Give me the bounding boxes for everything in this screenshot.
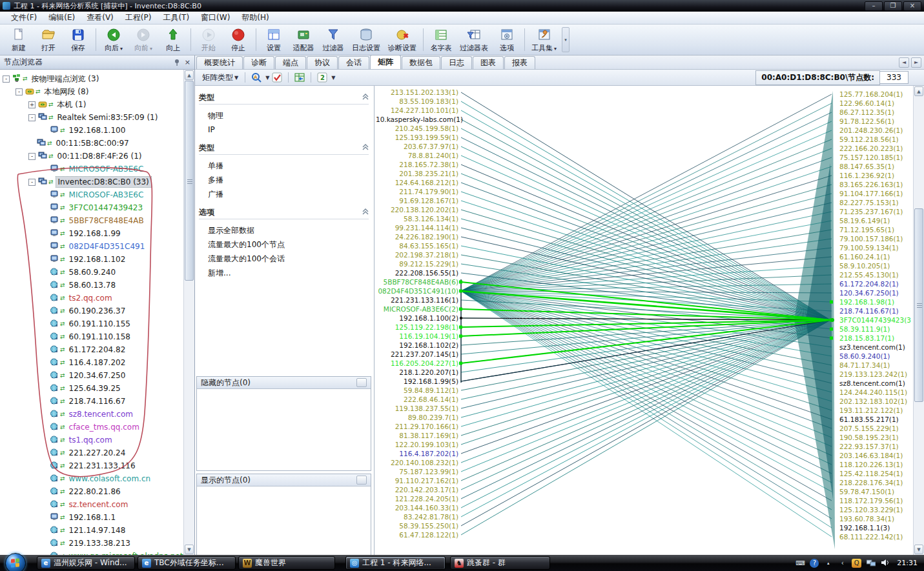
- tree-node[interactable]: ⇄MICROSOF-AB3E6C: [41, 188, 145, 201]
- tab-日志[interactable]: 日志: [441, 56, 472, 69]
- tree-node[interactable]: ⇄60.191.110.155: [41, 317, 132, 330]
- toolbar-options-button[interactable]: 选项: [492, 26, 522, 54]
- tree-node[interactable]: ⇄121.14.97.148: [41, 524, 127, 537]
- matrix-left-node[interactable]: 192.168.1.99(5): [376, 377, 458, 385]
- tree-node[interactable]: ⇄5BBF78CF848E4AB: [41, 214, 146, 227]
- filter-option[interactable]: 多播: [208, 174, 369, 186]
- toolbar-save-button[interactable]: 保存: [63, 26, 93, 54]
- matrix-right-node[interactable]: 59.78.47.150(1): [839, 488, 894, 496]
- matrix-right-node[interactable]: 219.133.123.242(1): [839, 370, 907, 378]
- taskbar-window-1[interactable]: eTBC外域任务坐标大...: [138, 556, 236, 570]
- collapse-icon[interactable]: -: [15, 88, 23, 95]
- collapse-icon[interactable]: -: [3, 75, 10, 83]
- matrix-right-node[interactable]: 116.1.236.92(1): [839, 172, 894, 179]
- toolbar-name-table-button[interactable]: 名字表: [426, 26, 456, 54]
- matrix-left-node[interactable]: 75.187.123.99(1): [376, 468, 458, 476]
- matrix-left-node[interactable]: 89.212.15.229(1): [376, 260, 458, 268]
- tree-node[interactable]: ⇄ts1.qq.com: [41, 434, 114, 446]
- collapse-chevron-icon[interactable]: [362, 93, 369, 102]
- matrix-right-node[interactable]: 75.157.120.185(1): [839, 154, 903, 161]
- scroll-down-icon[interactable]: ▼: [914, 545, 923, 554]
- matrix-right-node[interactable]: 193.11.212.122(1): [839, 406, 903, 414]
- matrix-right-node[interactable]: 58.9.10.205(1): [839, 262, 890, 270]
- matrix-right-node[interactable]: 59.112.218.56(1): [839, 135, 899, 143]
- matrix-right-node[interactable]: 125.42.118.254(1): [839, 470, 903, 477]
- matrix-right-node[interactable]: 58.39.111.9(1): [839, 325, 890, 333]
- filter-option[interactable]: IP: [208, 123, 369, 136]
- matrix-left-node[interactable]: 78.8.81.240(1): [376, 152, 458, 159]
- toolbar-settings-button[interactable]: 设置: [259, 26, 289, 54]
- expand-icon[interactable]: +: [28, 101, 36, 108]
- toolbar-stop-button[interactable]: 停止: [223, 26, 253, 54]
- matrix-right-node[interactable]: 218.74.116.67(1): [839, 307, 899, 315]
- tree-node[interactable]: ⇄ts2.qq.com: [41, 292, 114, 305]
- filter-option[interactable]: 广播: [208, 188, 369, 201]
- tree-node[interactable]: ⇄192.168.1.102: [41, 253, 127, 266]
- qq-tray-icon[interactable]: Q: [852, 559, 861, 568]
- matrix-left-node[interactable]: 119.138.237.55(1): [376, 405, 458, 412]
- search-icon[interactable]: A: [251, 72, 262, 83]
- matrix-left-node[interactable]: 59.84.89.112(1): [376, 386, 458, 394]
- tab-图表[interactable]: 图表: [473, 56, 504, 69]
- tree-node[interactable]: ⇄116.4.187.202: [41, 356, 127, 369]
- tree-node[interactable]: ⇄125.64.39.25: [41, 382, 123, 395]
- close-button[interactable]: ×: [903, 1, 921, 11]
- matrix-right-node[interactable]: 58.19.6.149(1): [839, 217, 890, 225]
- matrix-right-node[interactable]: 61.183.55.217(1): [839, 416, 899, 423]
- tree-scrollbar-thumb[interactable]: [185, 81, 194, 281]
- matrix-right-node[interactable]: 218.228.176.34(1): [839, 479, 903, 486]
- tree-node[interactable]: -⇄按物理端点浏览 (3): [3, 72, 101, 85]
- tab-数据包[interactable]: 数据包: [402, 56, 440, 69]
- matrix-left-node[interactable]: 201.38.235.21(1): [376, 170, 458, 177]
- matrix-left-node[interactable]: 83.55.109.183(1): [376, 97, 458, 105]
- matrix-scrollbar[interactable]: ▲ ▼: [913, 86, 924, 555]
- matrix-right-node[interactable]: 82.227.75.153(1): [839, 199, 899, 206]
- menu-item-4[interactable]: 工具(T): [157, 11, 195, 25]
- matrix-left-node[interactable]: 116.4.187.202(1): [376, 450, 458, 457]
- tray-expand-icon[interactable]: ▴▾: [823, 559, 833, 568]
- matrix-left-node[interactable]: 218.1.220.207(1): [376, 368, 458, 376]
- tree-node[interactable]: ⇄082D4F4D351C491: [41, 240, 147, 253]
- nodes-box-button[interactable]: [356, 378, 367, 387]
- matrix-left-node[interactable]: 99.231.144.114(1): [376, 224, 458, 232]
- matrix-right-node[interactable]: 202.132.183.102(1): [839, 397, 907, 405]
- matrix-left-node[interactable]: 91.110.217.162(1): [376, 477, 458, 485]
- menu-item-1[interactable]: 编辑(E): [43, 11, 81, 25]
- filter-section-header[interactable]: 选项: [199, 206, 369, 219]
- matrix-left-node[interactable]: 81.38.117.169(1): [376, 432, 458, 439]
- network-tray-icon[interactable]: [866, 559, 876, 568]
- refresh-icon[interactable]: 2: [316, 72, 328, 83]
- menu-item-3[interactable]: 工程(P): [119, 11, 158, 25]
- matrix-left-node[interactable]: 222.208.156.55(1): [376, 269, 458, 277]
- matrix-right-node[interactable]: 61.160.24.1(1): [839, 253, 890, 261]
- tree-node[interactable]: ⇄MICROSOF-AB3E6C: [41, 163, 145, 175]
- tree-node[interactable]: ⇄61.172.204.82: [41, 343, 127, 356]
- matrix-right-node[interactable]: 125.120.33.229(1): [839, 506, 903, 514]
- collapse-chevron-icon[interactable]: [362, 143, 369, 152]
- matrix-left-node[interactable]: 211.74.179.90(1): [376, 188, 458, 195]
- collapse-icon[interactable]: -: [28, 179, 36, 186]
- taskbar-window-2[interactable]: W魔兽世界: [238, 556, 335, 570]
- keyboard-icon[interactable]: ⌨: [796, 559, 805, 568]
- matrix-left-node[interactable]: 222.68.46.14(1): [376, 396, 458, 403]
- toolbar-overflow[interactable]: ▾: [562, 27, 570, 52]
- matrix-left-node[interactable]: 122.20.199.103(1): [376, 441, 458, 448]
- tree-node[interactable]: ⇄www.colasoft.com.cn: [41, 472, 152, 485]
- toolbar-adapter-button[interactable]: 适配器: [289, 26, 318, 54]
- tree-node[interactable]: ⇄58.60.9.240: [41, 266, 118, 279]
- matrix-left-node[interactable]: 84.63.155.165(1): [376, 242, 458, 250]
- taskbar-window-3[interactable]: ◎工程 1 - 科来网络...: [345, 556, 446, 570]
- tree-node[interactable]: ⇄192.168.1.99: [41, 227, 123, 240]
- matrix-right-node[interactable]: 122.96.60.14(1): [839, 99, 894, 107]
- matrix-right-node[interactable]: 79.100.157.186(1): [839, 235, 903, 243]
- tab-会话[interactable]: 会话: [338, 56, 369, 69]
- matrix-left-node[interactable]: 61.47.128.122(1): [376, 531, 458, 539]
- matrix-left-node[interactable]: 24.226.182.190(1): [376, 233, 458, 241]
- matrix-right-node[interactable]: 84.71.17.34(1): [839, 361, 890, 369]
- matrix-right-node[interactable]: 71.12.195.65(1): [839, 226, 894, 234]
- collapse-icon[interactable]: -: [28, 114, 36, 121]
- tree-node[interactable]: ⇄cface_tms.qq.com: [41, 421, 141, 434]
- toolbar-new-button[interactable]: 新建: [4, 26, 34, 54]
- toolbar-filter-table-button[interactable]: 过滤器表: [456, 26, 492, 54]
- collapse-icon[interactable]: -: [28, 153, 36, 160]
